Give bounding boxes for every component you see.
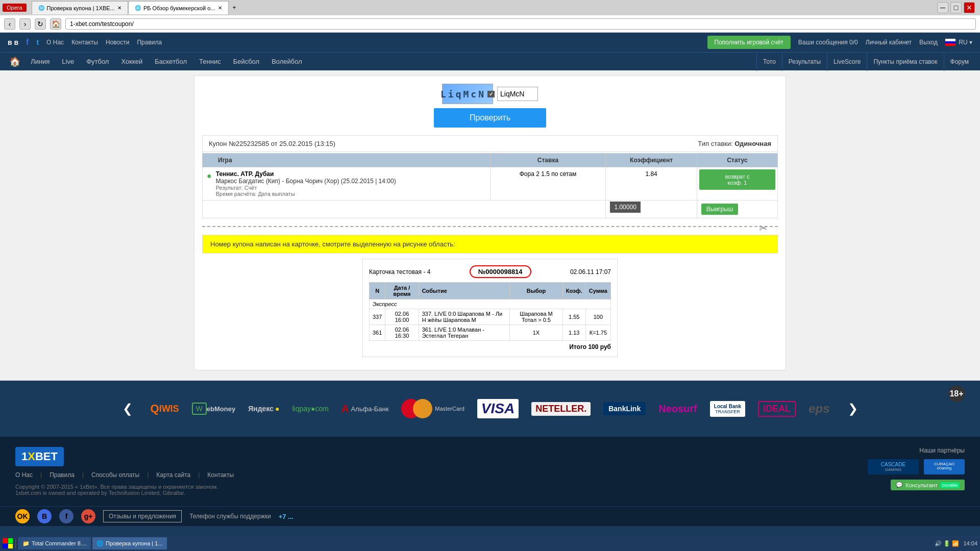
final-coeff: 1.00000 <box>610 202 640 213</box>
bet-col-sum: Сумма <box>585 283 610 299</box>
exit-link[interactable]: Выход <box>919 39 938 46</box>
tab-1-close[interactable]: ✕ <box>117 5 121 11</box>
footer-payment[interactable]: Способы оплаты <box>91 471 139 479</box>
card-area: Карточка тестовая - 4 №0000098814 02.06.… <box>362 259 618 357</box>
live-indicator: ● <box>207 171 212 181</box>
bet-n-2: 361 <box>370 325 385 341</box>
taskbar-right: 🔊 🔋 📶 14:04 <box>935 540 977 547</box>
captcha-area: LiqMcN ✓ Проверить <box>202 84 778 128</box>
nav-tennis[interactable]: Теннис <box>193 53 227 71</box>
reviews-button[interactable]: Отзывы и предложения <box>103 510 182 522</box>
nav-basketball[interactable]: Баскетбол <box>149 53 193 71</box>
ok-icon[interactable]: OK <box>15 509 30 523</box>
bet-event-1: 337. LIVE 0:0 Шарапова М - Ли Н жёёы Шар… <box>419 309 510 325</box>
scissors-icon: ✂ <box>759 222 768 234</box>
nav-results[interactable]: Результаты <box>782 53 827 71</box>
bet-col-choice: Выбор <box>510 283 563 299</box>
footer-sitemap[interactable]: Карта сайта <box>156 471 190 479</box>
mc-orange-circle <box>413 399 432 418</box>
liqpay-logo[interactable]: liqpay ●com <box>292 405 329 413</box>
language-selector[interactable]: RU ▾ <box>945 39 972 46</box>
top-nav-news[interactable]: Новости <box>106 39 129 46</box>
nav-toto[interactable]: Тото <box>756 53 782 71</box>
opera-logo[interactable]: Opera <box>3 4 27 12</box>
fb-icon[interactable]: f <box>59 509 74 523</box>
messages-link[interactable]: Ваши сообщения 0/0 <box>798 39 858 46</box>
nav-liniya[interactable]: Линия <box>24 53 56 71</box>
tab-2-close[interactable]: ✕ <box>218 5 222 11</box>
bet-n-1: 337 <box>370 309 385 325</box>
logo-box: 1 X BET <box>15 447 64 466</box>
site-logo-small: в в <box>8 38 18 46</box>
status-cell: возврат с коэф. 1 <box>697 167 777 201</box>
nav-livescore[interactable]: LiveScore <box>827 53 867 71</box>
footer-about[interactable]: О Нас <box>15 471 33 479</box>
nav-football[interactable]: Футбол <box>80 53 115 71</box>
bet-col-event: Событие <box>419 283 510 299</box>
new-tab-button[interactable]: + <box>229 2 240 13</box>
nav-baseball[interactable]: Бейсбол <box>227 53 266 71</box>
eps-logo[interactable]: eps <box>808 402 829 416</box>
visa-logo[interactable]: VISA <box>477 399 519 418</box>
coupon-type: Тип ставки: Одиночная <box>698 140 771 147</box>
nav-right: Тото Результаты LiveScore Пункты приёма … <box>756 53 975 71</box>
taskbar-separator <box>15 538 16 548</box>
nav-betting-points[interactable]: Пункты приёма ставок <box>867 53 943 71</box>
bet-col-n: N <box>370 283 385 299</box>
top-nav-about[interactable]: О Нас <box>46 39 64 46</box>
neteller-logo[interactable]: NETELLER. <box>531 402 591 416</box>
maximize-button[interactable]: □ <box>950 2 962 13</box>
top-nav-rules[interactable]: Правила <box>137 39 162 46</box>
express-row: Экспресс <box>370 299 611 309</box>
footer-contacts[interactable]: Контакты <box>207 471 234 479</box>
bet-row-2: 361 02.06 16:30 361. LIVE 1:0 Малаван - … <box>370 325 611 341</box>
next-payment-button[interactable]: ❯ <box>843 402 863 416</box>
banklink-logo[interactable]: BankLink <box>603 402 646 415</box>
site-footer: 1 X BET О Нас | Правила | Способы оплаты… <box>0 437 980 506</box>
yandex-logo[interactable]: Яндекс ● <box>248 405 279 413</box>
home-button[interactable]: 🏠 <box>50 18 61 30</box>
minimize-button[interactable]: ─ <box>937 2 948 13</box>
local-bank-logo[interactable]: Local Bank TRANSFER <box>710 401 745 417</box>
check-button[interactable]: Проверить <box>434 108 546 128</box>
tab-2[interactable]: 🌐 PБ Обзор букмекерской о... ✕ <box>128 1 229 14</box>
nav-forum[interactable]: Форум <box>944 53 975 71</box>
back-button[interactable]: ‹ <box>4 18 15 30</box>
deposit-button[interactable]: Пополнить игровой счёт <box>707 36 791 49</box>
cabinet-link[interactable]: Личный кабинет <box>866 39 912 46</box>
col-status: Статус <box>697 154 777 167</box>
close-button[interactable]: ✕ <box>964 2 975 13</box>
taskbar-icon-1: 📁 <box>22 540 30 547</box>
win-button[interactable]: Выигрыш <box>701 204 739 215</box>
taskbar-item-1[interactable]: 📁 Total Commander 8.... <box>18 537 91 549</box>
qiwi-logo[interactable]: Q IWIS <box>151 402 179 415</box>
vk-icon[interactable]: В <box>37 509 52 523</box>
top-nav-contacts[interactable]: Контакты <box>71 39 98 46</box>
footer-links: О Нас | Правила | Способы оплаты | Карта… <box>15 471 234 479</box>
taskbar-item-2[interactable]: 🌐 Проверка купона | 1... <box>92 537 166 549</box>
curacao-logo: CURAÇAO eGaming <box>924 459 965 474</box>
forward-button[interactable]: › <box>19 18 31 30</box>
neosurf-logo[interactable]: Neosurf <box>658 403 697 415</box>
refresh-button[interactable]: ↻ <box>35 18 46 30</box>
consultant-area: 💬 Консультант онлайн <box>891 480 965 490</box>
gplus-icon[interactable]: g+ <box>81 509 95 523</box>
nav-live[interactable]: Live <box>56 53 80 71</box>
prev-payment-button[interactable]: ❮ <box>117 402 138 416</box>
nav-volleyball[interactable]: Волейбол <box>265 53 308 71</box>
ideal-logo[interactable]: iDEAL <box>758 401 796 417</box>
footer-rules[interactable]: Правила <box>50 471 75 479</box>
webmoney-logo[interactable]: W ebMoney <box>192 403 236 415</box>
alfabank-logo[interactable]: А Альфа-Банк <box>341 403 388 415</box>
nav-home[interactable]: 🏠 <box>5 53 24 71</box>
yellow-notice: Номер купона написан на карточке, смотри… <box>202 235 778 254</box>
taskbar-icon-2: 🌐 <box>96 540 104 547</box>
mastercard-logo[interactable]: MasterCard <box>401 399 464 418</box>
tab-1[interactable]: 🌐 Проверка купона | 1XBE... ✕ <box>32 1 128 14</box>
address-input[interactable] <box>65 18 976 30</box>
nav-hockey[interactable]: Хоккей <box>115 53 149 71</box>
captcha-input[interactable] <box>497 87 538 101</box>
windows-logo[interactable] <box>3 538 13 548</box>
address-bar: ‹ › ↻ 🏠 <box>0 15 980 33</box>
consultant-button[interactable]: 💬 Консультант онлайн <box>891 480 965 490</box>
